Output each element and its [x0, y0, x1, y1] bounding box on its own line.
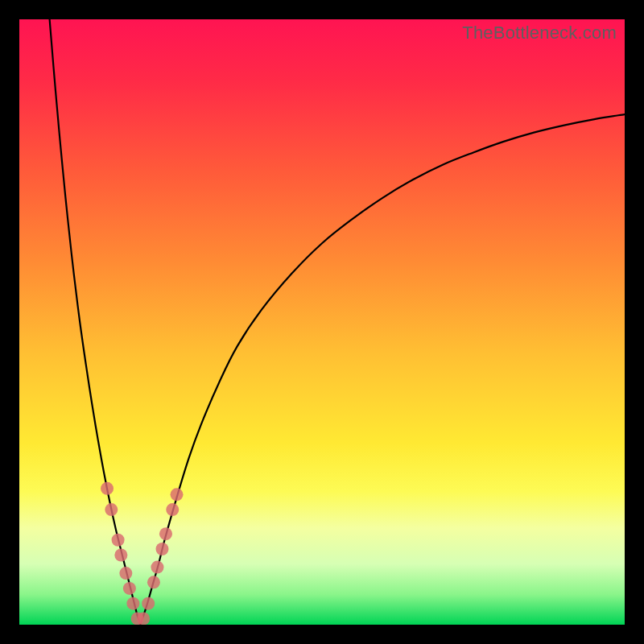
marker-dot	[147, 576, 160, 588]
marker-dot	[119, 567, 132, 580]
watermark-text: TheBottleneck.com	[462, 23, 617, 43]
marker-dot	[126, 597, 139, 610]
left-branch-curve	[50, 19, 141, 625]
marker-dot	[114, 549, 127, 562]
marker-dot	[171, 488, 184, 501]
marker-dot	[166, 503, 179, 516]
marker-dot	[112, 534, 125, 547]
marker-dot	[142, 597, 155, 610]
right-branch-curve	[140, 114, 625, 625]
marker-dots	[101, 482, 183, 625]
marker-dot	[105, 503, 118, 516]
marker-dot	[123, 582, 136, 595]
plot-area: TheBottleneck.com	[19, 19, 625, 625]
curves-layer	[19, 19, 625, 625]
marker-dot	[159, 527, 172, 540]
marker-dot	[151, 561, 163, 574]
outer-frame: TheBottleneck.com	[0, 0, 644, 644]
marker-dot	[155, 543, 168, 555]
marker-dot	[101, 482, 114, 495]
marker-dot	[137, 612, 150, 625]
